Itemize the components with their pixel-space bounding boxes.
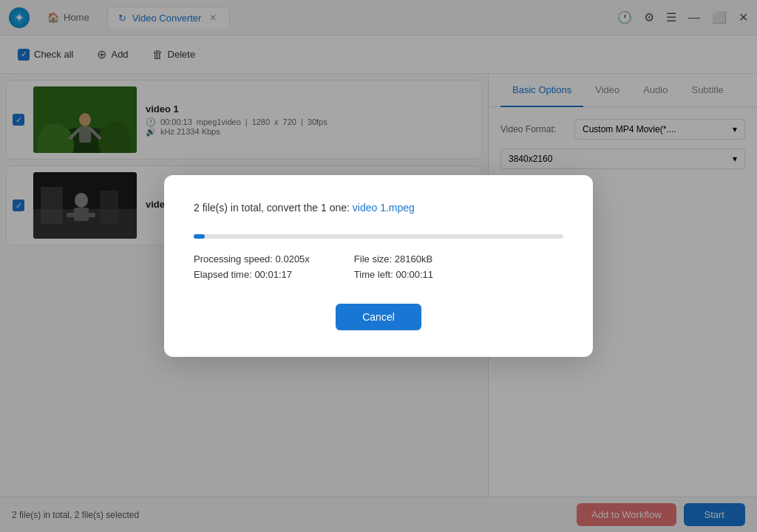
progress-bar-fill — [194, 234, 205, 239]
modal-stat-col-right: File size: 28160kB Time left: 00:00:11 — [354, 253, 433, 280]
processing-speed-stat: Processing speed: 0.0205x — [194, 253, 310, 265]
modal-stats: Processing speed: 0.0205x Elapsed time: … — [194, 253, 563, 280]
conversion-modal: 2 file(s) in total, convert the 1 one: v… — [164, 175, 593, 357]
cancel-button[interactable]: Cancel — [336, 304, 421, 330]
progress-bar-background — [194, 234, 563, 239]
file-size-stat: File size: 28160kB — [354, 253, 433, 265]
elapsed-time-stat: Elapsed time: 00:01:17 — [194, 269, 310, 280]
modal-stat-col-left: Processing speed: 0.0205x Elapsed time: … — [194, 253, 310, 280]
time-left-stat: Time left: 00:00:11 — [354, 269, 433, 280]
modal-overlay: 2 file(s) in total, convert the 1 one: v… — [0, 0, 757, 532]
modal-description: 2 file(s) in total, convert the 1 one: v… — [194, 202, 563, 214]
modal-file-link[interactable]: video 1.mpeg — [353, 202, 415, 214]
